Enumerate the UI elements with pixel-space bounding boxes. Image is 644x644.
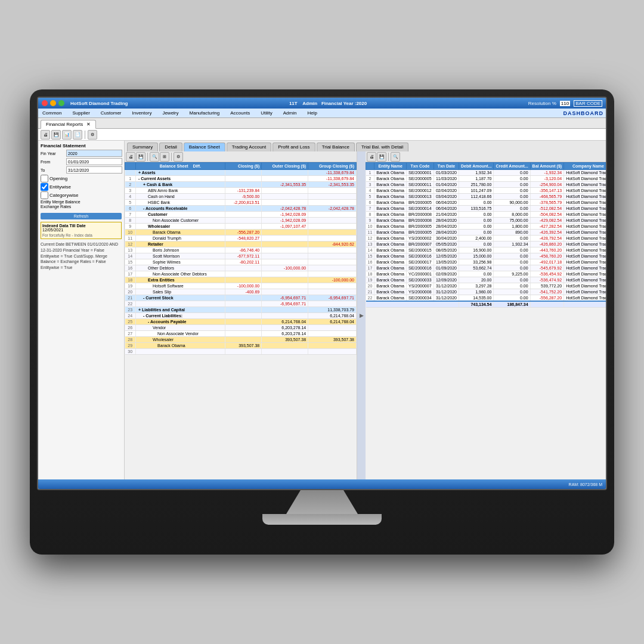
tb-row-debit: 20.00	[459, 277, 493, 283]
categorywise-checkbox[interactable]	[41, 191, 48, 199]
refresh-button[interactable]: Refresh	[41, 213, 122, 219]
tb-row-company: HotSoft Diamond Tradin	[564, 236, 606, 242]
tab-summary[interactable]: Summary	[127, 143, 158, 151]
bs-row-outer	[262, 230, 308, 236]
tb-col-txncode: Txn Code	[406, 163, 434, 170]
bs-expand-btn[interactable]: ⊞	[160, 152, 169, 162]
tb-row-bal: -468,565.79	[530, 194, 564, 200]
tb-row-num: 11	[366, 230, 374, 236]
screen: HotSoft Diamond Trading 11T Admin Financ…	[37, 97, 607, 490]
bs-row-outer	[262, 283, 308, 289]
tb-header-row: Entity Name Txn Code Txn Date Debit Amou…	[366, 163, 606, 170]
table-row: 4 Cash on Hand -9,500.00	[125, 194, 357, 200]
bs-row-name: Vendor	[136, 325, 225, 331]
menu-supplier[interactable]: Supplier	[70, 110, 91, 116]
menu-admin[interactable]: Admin	[281, 110, 299, 116]
tb-row-bal: -536,454.92	[530, 271, 564, 277]
tb-row-txncode: YC/2000001	[406, 271, 434, 277]
table-row: 22 Barack Obama SE/2000034 31/12/2020 14…	[366, 295, 606, 302]
table-row: 22 -6,954,697.71	[125, 301, 357, 307]
filter-text: Current Date BETWEEN 01/01/2020 AND 12-3…	[41, 242, 122, 271]
bs-row-name: - Current Stock	[136, 295, 225, 301]
tb-row-txncode: SE/2000005	[406, 176, 434, 182]
opening-checkbox[interactable]	[41, 175, 48, 182]
monitor: HotSoft Diamond Trading 11T Admin Financ…	[30, 89, 614, 555]
menu-manufacturing[interactable]: Manufacturing	[188, 110, 222, 116]
tb-row-credit: 0.00	[494, 182, 530, 188]
bs-row-name: HSBC Bank	[136, 200, 225, 206]
bs-col-outer: Outer Closing ($)	[262, 163, 308, 170]
tb-row-txndate: 31/12/2020	[434, 283, 459, 289]
tb-row-company: HotSoft Diamond Tradin	[564, 242, 606, 247]
tb-row-num: 16	[366, 259, 374, 265]
bs-filter-btn[interactable]: 🔍	[150, 152, 159, 162]
tb-filter-btn[interactable]: 🔍	[391, 152, 400, 162]
menu-accounts[interactable]: Accounts	[228, 110, 252, 116]
bs-settings-btn[interactable]: ⚙	[174, 152, 183, 162]
tb-row-bal: -356,147.13	[530, 188, 564, 194]
fin-year-input[interactable]	[66, 150, 122, 157]
bs-row-closing: -677,972.11	[225, 253, 261, 259]
print-button[interactable]: 🖨	[41, 130, 50, 140]
menu-utility[interactable]: Utility	[259, 110, 274, 116]
bs-save-btn[interactable]: 💾	[136, 152, 145, 162]
bs-row-outer	[262, 176, 308, 182]
tb-row-num: 12	[366, 236, 374, 242]
tb-row-bal: -504,082.54	[530, 212, 564, 218]
settings-button[interactable]: ⚙	[88, 130, 97, 140]
tb-save-btn[interactable]: 💾	[377, 152, 386, 162]
bs-row-name: Non Associate Other Debtors	[136, 271, 225, 277]
bs-row-outer	[262, 349, 308, 355]
menu-help[interactable]: Help	[305, 110, 318, 116]
trial-balance-table-scroll[interactable]: Entity Name Txn Code Txn Date Debit Amou…	[366, 162, 606, 479]
bs-row-outer	[262, 259, 308, 265]
tab-trading[interactable]: Trading Account	[227, 143, 272, 151]
tab-trial-detail[interactable]: Trial Bal. with Detail	[356, 143, 408, 151]
bs-row-closing: -80,202.11	[225, 259, 261, 265]
tb-row-txncode: SE/2000011	[406, 182, 434, 188]
pdf-button[interactable]: 📄	[73, 130, 82, 140]
tb-row-txndate: 01/03/2020	[434, 170, 459, 176]
bs-row-closing	[225, 301, 261, 307]
minimize-button[interactable]	[50, 100, 56, 106]
menu-inventory[interactable]: Inventory	[131, 110, 154, 116]
bs-row-name: - Current Assets	[136, 176, 225, 182]
tb-row-credit: 0.00	[494, 236, 530, 242]
bs-row-closing: -400.69	[225, 289, 261, 295]
entitywise-checkbox[interactable]	[41, 183, 48, 191]
tab-detail[interactable]: Detail	[159, 143, 182, 151]
tb-col-credit: Credit Amount...	[494, 163, 530, 170]
to-date-input[interactable]	[66, 166, 122, 174]
menu-customer[interactable]: Customer	[99, 110, 123, 116]
bs-print-btn[interactable]: 🖨	[126, 152, 135, 162]
tab-balance-sheet[interactable]: Balance Sheet	[184, 143, 225, 151]
tb-row-debit: 15,000.00	[459, 253, 493, 259]
tb-row-company: HotSoft Diamond Tradin	[564, 218, 606, 224]
bs-col-name: Balance Sheet Diff.	[136, 163, 225, 170]
bs-row-outer	[262, 242, 308, 247]
balance-sheet-table-scroll[interactable]: Balance Sheet Diff. Closing ($) Outer Cl…	[125, 162, 357, 479]
maximize-button[interactable]	[58, 100, 64, 106]
menu-jewelry[interactable]: Jewelry	[160, 110, 180, 116]
tb-print-btn[interactable]: 🖨	[367, 152, 376, 162]
tab-pl[interactable]: Profit and Loss	[273, 143, 315, 151]
close-button[interactable]	[42, 100, 48, 106]
tb-row-bal: -427,282.54	[530, 224, 564, 230]
bs-row-num: 5	[125, 200, 136, 206]
from-date-input[interactable]	[66, 158, 122, 165]
table-row: 19 Hotsoft Software -100,000.00	[125, 283, 357, 289]
save-button[interactable]: 💾	[51, 130, 61, 140]
menu-common[interactable]: Common	[41, 110, 63, 116]
tb-row-bal: -512,082.54	[530, 206, 564, 212]
categorywise-label: Categorywise	[49, 193, 78, 198]
tab-financial-reports[interactable]: Financial Reports ✕	[41, 120, 96, 129]
resolution-value: 110	[560, 101, 570, 106]
table-row: 6 - Accounts Receivable -2,042,428.78 -2…	[125, 206, 357, 212]
excel-button[interactable]: 📊	[62, 130, 72, 140]
tb-row-txncode: SE/2000015	[406, 247, 434, 253]
tab-trial[interactable]: Trial Balance	[317, 143, 355, 151]
bs-row-outer	[262, 313, 308, 319]
tb-row-txndate: 01/09/2020	[434, 265, 459, 271]
tb-row-txndate: 12/05/2020	[434, 253, 459, 259]
bs-row-name: + Cash & Bank	[136, 182, 225, 188]
